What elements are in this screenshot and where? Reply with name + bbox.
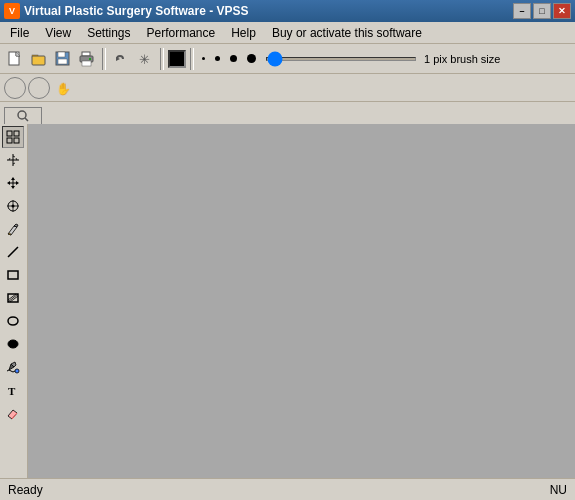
brush-dot-2[interactable]	[215, 56, 220, 61]
crosshair-tool[interactable]	[2, 149, 24, 171]
pencil-tool[interactable]	[2, 218, 24, 240]
mode-indicator: NU	[550, 483, 567, 497]
menu-bar: File View Settings Performance Help Buy …	[0, 22, 575, 44]
target-tool[interactable]	[2, 195, 24, 217]
svg-text:✳: ✳	[139, 52, 150, 67]
star-button[interactable]: ✳	[134, 48, 156, 70]
brush-size-slider[interactable]	[266, 57, 416, 61]
print-button[interactable]	[76, 48, 98, 70]
ellipse-filled-tool[interactable]	[2, 333, 24, 355]
status-text: Ready	[8, 483, 43, 497]
color-swatch[interactable]	[168, 50, 186, 68]
svg-marker-26	[11, 177, 15, 180]
brush-dot-3[interactable]	[230, 55, 237, 62]
circle-btn-1[interactable]	[4, 77, 26, 99]
brush-dot-4[interactable]	[247, 54, 256, 63]
circle-btn-2[interactable]	[28, 77, 50, 99]
save-button[interactable]	[52, 48, 74, 70]
title-controls: – □ ✕	[513, 3, 571, 19]
title-bar: V Virtual Plastic Surgery Software - VPS…	[0, 0, 575, 22]
svg-text:✋: ✋	[56, 81, 71, 96]
toolbar2: ✋	[0, 74, 575, 102]
svg-rect-37	[8, 271, 18, 279]
menu-file[interactable]: File	[2, 22, 37, 43]
rect-filled-tool[interactable]	[2, 287, 24, 309]
menu-settings[interactable]: Settings	[79, 22, 138, 43]
svg-rect-9	[82, 61, 91, 66]
svg-line-15	[25, 118, 28, 121]
svg-point-10	[89, 58, 91, 60]
app-icon: V	[4, 3, 20, 19]
svg-rect-19	[14, 138, 19, 143]
svg-rect-16	[7, 131, 12, 136]
text-tool[interactable]: T	[2, 379, 24, 401]
hand-tool-button[interactable]: ✋	[52, 77, 74, 99]
new-button[interactable]	[4, 48, 26, 70]
main-tab[interactable]	[4, 107, 42, 124]
toolbar: ✳ 1 pix brush size	[0, 44, 575, 74]
svg-point-35	[12, 205, 15, 208]
toolbar-sep-3	[190, 48, 194, 70]
brush-dot-1[interactable]	[202, 57, 205, 60]
eraser-tool[interactable]	[2, 402, 24, 424]
tab-area	[0, 102, 575, 124]
svg-point-44	[15, 369, 19, 373]
toolbar-sep-1	[102, 48, 106, 70]
canvas-area[interactable]	[28, 124, 575, 478]
svg-point-43	[8, 340, 18, 348]
brush-slider-area: 1 pix brush size	[266, 53, 571, 65]
svg-point-42	[8, 317, 18, 325]
svg-rect-7	[82, 52, 90, 56]
svg-marker-29	[16, 181, 19, 185]
brush-size-label: 1 pix brush size	[424, 53, 500, 65]
svg-marker-27	[11, 186, 15, 189]
toolbar-sep-2	[160, 48, 164, 70]
undo-button[interactable]	[110, 48, 132, 70]
svg-rect-5	[58, 52, 65, 57]
menu-buy[interactable]: Buy or activate this software	[264, 22, 430, 43]
grid-tool[interactable]	[2, 126, 24, 148]
main-content: T	[0, 124, 575, 478]
svg-rect-18	[7, 138, 12, 143]
svg-rect-17	[14, 131, 19, 136]
menu-view[interactable]: View	[37, 22, 79, 43]
menu-performance[interactable]: Performance	[139, 22, 224, 43]
svg-line-36	[8, 247, 18, 257]
close-button[interactable]: ✕	[553, 3, 571, 19]
svg-marker-28	[7, 181, 10, 185]
svg-rect-3	[32, 56, 45, 65]
title-text: Virtual Plastic Surgery Software - VPSS	[24, 4, 249, 18]
status-bar: Ready NU	[0, 478, 575, 500]
minimize-button[interactable]: –	[513, 3, 531, 19]
svg-text:T: T	[8, 385, 16, 397]
svg-line-39	[8, 294, 18, 302]
title-left: V Virtual Plastic Surgery Software - VPS…	[4, 3, 249, 19]
svg-point-14	[18, 111, 26, 119]
fill-tool[interactable]	[2, 356, 24, 378]
svg-rect-6	[58, 59, 67, 64]
rect-outline-tool[interactable]	[2, 264, 24, 286]
line-tool[interactable]	[2, 241, 24, 263]
maximize-button[interactable]: □	[533, 3, 551, 19]
move-tool[interactable]	[2, 172, 24, 194]
open-button[interactable]	[28, 48, 50, 70]
menu-help[interactable]: Help	[223, 22, 264, 43]
ellipse-outline-tool[interactable]	[2, 310, 24, 332]
left-toolbox: T	[0, 124, 28, 478]
tab-icon	[17, 110, 29, 122]
